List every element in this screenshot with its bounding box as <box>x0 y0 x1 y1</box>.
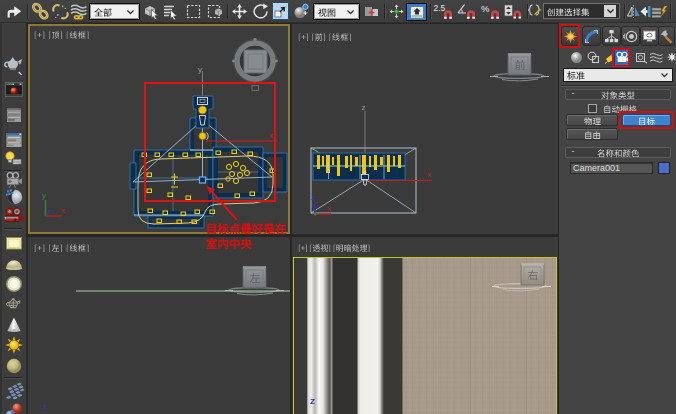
select-link-icon[interactable] <box>31 2 50 21</box>
edit-named-selection-sets-icon[interactable] <box>528 2 542 21</box>
annotation-text <box>206 221 287 251</box>
select-and-rotate-icon[interactable] <box>251 2 270 21</box>
video-camera-icon[interactable] <box>3 205 25 227</box>
collapse-icon[interactable]: - <box>569 149 577 156</box>
select-and-uniform-scale-icon[interactable] <box>272 2 289 20</box>
rollout-object-type[interactable]: - <box>565 89 671 100</box>
tab-display[interactable] <box>640 26 659 46</box>
category-shapes[interactable] <box>585 49 601 66</box>
rendered-frame-window-icon[interactable] <box>3 79 25 101</box>
tab-motion[interactable] <box>621 26 640 46</box>
camera-target-point <box>200 177 206 183</box>
sphere-icon[interactable] <box>3 355 25 377</box>
physical-camera-button[interactable] <box>566 114 618 126</box>
tab-utilities[interactable] <box>658 26 675 46</box>
axis-tripod: y x z <box>42 191 65 216</box>
spinner-snap-toggle-icon[interactable] <box>503 2 523 21</box>
viewport-top-label[interactable] <box>34 30 90 39</box>
viewcube-perspective[interactable] <box>492 260 554 304</box>
class-dropdown[interactable] <box>563 68 673 82</box>
reference-coordinate-dropdown[interactable] <box>313 3 360 20</box>
category-cameras[interactable] <box>614 49 630 66</box>
svg-text:z: z <box>47 207 51 216</box>
sun-icon[interactable] <box>3 334 25 356</box>
render-teapot-icon[interactable] <box>3 54 25 76</box>
percent-snap-toggle-icon[interactable]: % <box>480 2 501 21</box>
use-pivot-point-center-icon[interactable] <box>362 2 381 21</box>
chevron-down-icon <box>660 72 669 78</box>
layer-explorer-icon[interactable] <box>650 2 667 21</box>
snaps-toggle-icon[interactable]: 2.5 <box>433 2 454 21</box>
select-and-move-icon[interactable] <box>230 2 249 21</box>
chevron-down-icon <box>346 9 355 15</box>
chevron-down-icon <box>604 5 616 17</box>
svg-text:x: x <box>269 131 273 140</box>
wall-seam <box>470 258 471 414</box>
select-and-place-icon[interactable] <box>387 2 406 21</box>
viewport-front[interactable]: z <box>292 24 558 234</box>
category-helpers[interactable] <box>633 49 649 66</box>
tab-modify[interactable] <box>582 26 601 46</box>
select-object-icon[interactable] <box>142 2 161 21</box>
bind-to-space-warp-icon[interactable] <box>69 2 88 21</box>
axis-z-label: z <box>43 402 47 411</box>
toolbar-separator <box>430 4 431 19</box>
plane-icon[interactable] <box>3 235 25 251</box>
redo-icon[interactable] <box>4 2 23 21</box>
tab-create[interactable] <box>561 26 580 46</box>
viewport-perspective-label[interactable] <box>298 243 370 252</box>
named-selection-sets-dropdown[interactable] <box>543 3 620 19</box>
axis-tripod: z x <box>311 193 331 216</box>
molecule-icon[interactable] <box>3 401 25 414</box>
category-systems[interactable] <box>664 49 676 66</box>
chevron-down-icon <box>126 9 135 15</box>
object-name-value: Camera001 <box>573 163 620 173</box>
keyboard-shortcut-override-icon[interactable] <box>406 3 427 21</box>
window-crossing-icon[interactable] <box>205 2 224 21</box>
select-by-name-icon[interactable] <box>161 2 180 21</box>
rollout-name-color-title <box>597 148 640 158</box>
viewport-front-label[interactable] <box>298 32 352 41</box>
rollout-name-color[interactable]: - <box>565 147 671 158</box>
render-setup-dialog-icon[interactable] <box>3 104 25 126</box>
angle-snap-toggle-icon[interactable] <box>456 2 477 21</box>
viewport-left-label[interactable] <box>34 243 90 252</box>
reference-coordinate-value <box>318 6 336 16</box>
category-space-warps[interactable] <box>648 49 664 66</box>
target-camera-button[interactable] <box>622 114 671 126</box>
free-camera-label <box>584 129 601 139</box>
object-name-field[interactable]: Camera001 <box>570 162 653 174</box>
light-lister-icon[interactable] <box>3 148 25 170</box>
autogrid-checkbox[interactable] <box>588 104 597 113</box>
main-toolbar: 2.5 % <box>0 0 676 23</box>
cone-icon[interactable] <box>3 314 25 336</box>
select-and-manipulate-icon[interactable] <box>292 2 311 21</box>
ring-icon[interactable] <box>3 273 25 295</box>
dome-icon[interactable] <box>3 253 25 275</box>
toolbar-divider <box>4 377 22 378</box>
viewport-perspective[interactable]: Z <box>292 237 558 414</box>
target-camera-label <box>638 115 655 125</box>
rectangular-selection-region-icon[interactable] <box>184 2 203 21</box>
annotation-line1 <box>206 221 287 236</box>
teapot-wire-icon[interactable] <box>3 294 25 316</box>
tab-hierarchy[interactable] <box>602 26 621 46</box>
viewport-left[interactable]: z <box>28 237 290 414</box>
named-selection-sets-value <box>547 6 590 16</box>
collapse-icon[interactable]: - <box>569 91 577 98</box>
free-camera-button[interactable] <box>566 128 618 140</box>
command-panel: - - Camera001 <box>558 23 676 414</box>
rollout-object-type-title <box>601 90 635 100</box>
selection-filter-value <box>94 6 112 16</box>
viewport-top[interactable]: y <box>28 24 290 234</box>
perspective-render[interactable]: Z <box>293 257 557 414</box>
particle-grid-icon[interactable] <box>3 381 25 403</box>
selection-filter-dropdown[interactable] <box>89 3 140 20</box>
category-geometry[interactable] <box>568 49 584 66</box>
unlink-selection-icon[interactable] <box>51 2 70 21</box>
svg-text:z: z <box>311 193 315 202</box>
class-dropdown-value <box>567 70 585 80</box>
object-color-swatch[interactable] <box>658 162 670 174</box>
viewport-area: y <box>27 23 558 414</box>
svg-text:x: x <box>427 170 431 179</box>
